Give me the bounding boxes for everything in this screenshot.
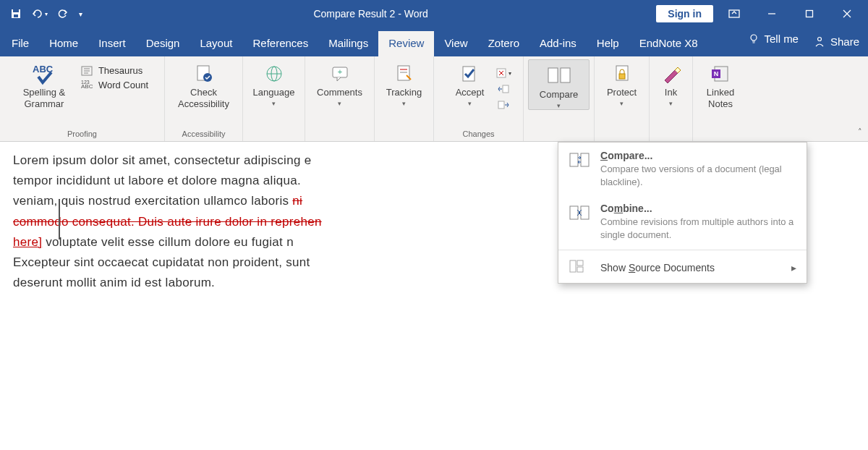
group-protect: Protect ▾ [595, 56, 650, 141]
tab-mailings[interactable]: Mailings [318, 31, 378, 56]
svg-rect-29 [463, 67, 475, 81]
spelling-grammar-button[interactable]: ABC Spelling & Grammar [16, 59, 72, 109]
compare-button[interactable]: Compare ▾ [528, 59, 590, 110]
language-button[interactable]: Language ▾ [249, 59, 299, 107]
save-button[interactable] [6, 4, 26, 24]
chevron-down-icon: ▾ [402, 100, 406, 108]
comment-icon: + [330, 61, 350, 87]
tab-file[interactable]: File [3, 31, 39, 56]
menu-show-source-label: Show Source Documents [600, 262, 715, 273]
reject-icon [495, 67, 509, 79]
ribbon-options-icon [728, 9, 740, 18]
ribbon-tabs: File Home Insert Design Layout Reference… [0, 27, 868, 56]
protect-label: Protect [607, 87, 637, 98]
accessibility-icon [193, 61, 215, 87]
chevron-down-icon: ▾ [669, 100, 673, 108]
thesaurus-button[interactable]: Thesaurus [81, 65, 148, 77]
accept-icon [459, 61, 481, 87]
group-onenote: N Linked Notes [693, 56, 748, 141]
svg-rect-34 [498, 101, 504, 109]
svg-point-8 [751, 35, 757, 41]
thesaurus-label: Thesaurus [98, 65, 142, 77]
protect-button[interactable]: Protect ▾ [599, 59, 644, 107]
accept-label: Accept [456, 87, 485, 98]
group-comments: + Comments ▾ [305, 56, 375, 141]
chevron-down-icon: ▾ [468, 100, 472, 108]
svg-rect-26 [398, 66, 409, 80]
tab-review[interactable]: Review [378, 31, 434, 56]
accessibility-label: Check Accessibility [178, 87, 229, 109]
previous-change-button[interactable] [495, 82, 511, 95]
menu-show-source[interactable]: Show Source Documents ▸ [558, 252, 807, 283]
compare-dropdown-menu: CCompare...ompare... Compare two version… [558, 142, 807, 284]
svg-rect-42 [570, 153, 578, 166]
svg-rect-43 [581, 153, 589, 166]
ink-icon [662, 61, 681, 87]
reject-button[interactable]: ▾ [495, 67, 511, 80]
tab-view[interactable]: View [434, 31, 477, 56]
linked-notes-button[interactable]: N Linked Notes [697, 59, 744, 109]
accept-button[interactable]: Accept ▾ [446, 59, 494, 107]
onenote-icon: N [710, 61, 731, 87]
tab-references[interactable]: References [242, 31, 318, 56]
maximize-icon [805, 9, 814, 18]
titlebar: ▾ ▾ Compare Result 2 - Word Sign in [0, 0, 868, 27]
menu-combine[interactable]: Combine... Combine revisions from multip… [558, 195, 807, 248]
tab-insert[interactable]: Insert [88, 31, 136, 56]
undo-button[interactable]: ▾ [29, 4, 49, 24]
collapse-ribbon-button[interactable]: ˄ [858, 127, 862, 137]
svg-rect-5 [807, 11, 813, 17]
check-accessibility-button[interactable]: Check Accessibility [169, 59, 238, 109]
svg-rect-36 [561, 68, 570, 82]
tab-zotero[interactable]: Zotero [478, 31, 529, 56]
menu-compare[interactable]: CCompare...ompare... Compare two version… [558, 143, 807, 195]
tab-layout[interactable]: Layout [190, 31, 242, 56]
wordcount-icon: ABC123 [81, 80, 94, 91]
doc-text: tempor incididunt ut labore et dolore ma… [13, 174, 301, 187]
minimize-button[interactable] [755, 2, 788, 25]
spellcheck-icon: ABC [30, 61, 59, 87]
qat-customize[interactable]: ▾ [75, 4, 85, 24]
tab-design[interactable]: Design [136, 31, 190, 56]
prev-icon [497, 84, 510, 94]
comments-label: Comments [317, 87, 362, 98]
group-compare: Compare ▾ [524, 56, 595, 141]
language-label: Language [253, 87, 295, 98]
doc-text: Excepteur sint occaecat cupidatat non pr… [13, 255, 310, 269]
show-source-icon [569, 259, 590, 276]
chevron-down-icon: ▾ [557, 102, 561, 110]
chevron-down-icon: ▾ [272, 100, 276, 108]
tab-help[interactable]: Help [587, 31, 629, 56]
tab-endnote[interactable]: EndNote X8 [629, 31, 708, 56]
maximize-button[interactable] [793, 2, 826, 25]
svg-rect-38 [619, 74, 625, 79]
redo-button[interactable] [52, 4, 72, 24]
tracking-button[interactable]: Tracking ▾ [379, 59, 429, 107]
inserted-text: here] [13, 235, 42, 249]
menu-separator [558, 250, 807, 250]
signin-button[interactable]: Sign in [656, 5, 713, 22]
comments-button[interactable]: + Comments ▾ [310, 59, 370, 107]
svg-rect-1 [13, 9, 19, 12]
share-icon [813, 35, 826, 48]
accessibility-group-label: Accessibility [169, 127, 238, 141]
svg-rect-44 [570, 206, 578, 219]
svg-rect-33 [503, 85, 509, 93]
revision-bar[interactable] [59, 199, 60, 239]
tab-home[interactable]: Home [39, 31, 88, 56]
ribbon-display-options[interactable] [718, 2, 751, 25]
ink-button[interactable]: Ink ▾ [654, 59, 688, 107]
tell-me-search[interactable]: Tell me [748, 33, 799, 51]
svg-rect-35 [548, 68, 558, 82]
doc-text: voluptate velit esse cillum dolore eu fu… [42, 235, 294, 249]
ink-label: Ink [665, 87, 677, 98]
share-button[interactable]: Share [813, 35, 859, 48]
next-change-button[interactable] [495, 98, 511, 111]
svg-rect-46 [570, 260, 576, 272]
wordcount-button[interactable]: ABC123 Word Count [81, 80, 148, 91]
minimize-icon [767, 9, 776, 18]
tab-addins[interactable]: Add-ins [529, 31, 587, 56]
close-button[interactable] [830, 2, 864, 25]
svg-rect-47 [577, 260, 583, 266]
undo-icon [31, 8, 44, 20]
